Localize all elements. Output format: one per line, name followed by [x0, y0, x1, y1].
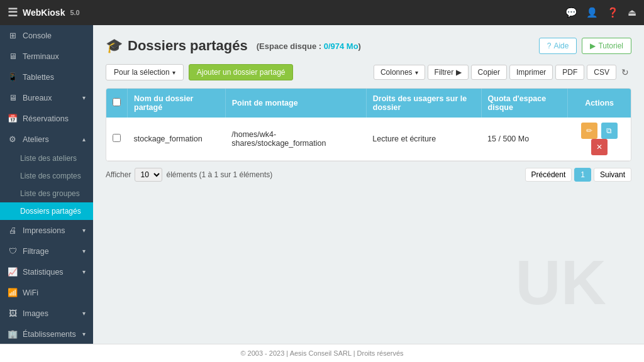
ateliers-icon: ⚙ — [8, 134, 18, 144]
table-container: Nom du dossier partagé Point de montage … — [106, 88, 631, 162]
toolbar-right: Colonnes Filtrer ▶ Copier Imprimer PDF C… — [374, 65, 631, 80]
subtitle-suffix: ) — [358, 41, 361, 51]
sidebar-item-wifi[interactable]: 📶 WiFi — [0, 282, 93, 303]
terminaux-icon: 🖥 — [8, 52, 18, 61]
filtrer-button[interactable]: Filtrer ▶ — [428, 65, 469, 80]
dossiers-table: Nom du dossier partagé Point de montage … — [106, 89, 631, 161]
sidebar-subitem-liste-ateliers[interactable]: Liste des ateliers — [0, 150, 93, 167]
next-page-button[interactable]: Suivant — [594, 168, 631, 182]
brand-name: WebKiosk — [23, 8, 65, 18]
sidebar-label-etablissements: Établissements — [23, 330, 77, 339]
pdf-button[interactable]: PDF — [555, 65, 584, 80]
row-check — [106, 118, 128, 161]
sidebar-item-statistiques[interactable]: 📈 Statistiques ▾ — [0, 261, 93, 282]
colonnes-label: Colonnes — [380, 68, 413, 77]
user-icon[interactable]: 👤 — [586, 7, 598, 18]
aide-label: Aide — [553, 41, 569, 50]
aide-icon: ? — [547, 41, 552, 50]
tutoriel-label: Tutoriel — [598, 41, 623, 50]
copier-label: Copier — [478, 68, 500, 77]
chat-icon[interactable]: 💬 — [565, 7, 577, 18]
pagination-bar: Afficher 10 éléments (1 à 1 sur 1 élémen… — [106, 168, 631, 182]
row-actions: ✏ ⧉ ✕ — [568, 118, 631, 161]
images-icon: 🖼 — [8, 309, 18, 318]
sidebar-item-bureaux[interactable]: 🖥 Bureaux ▾ — [0, 87, 93, 108]
sidebar-item-impressions[interactable]: 🖨 Impressions ▾ — [0, 220, 93, 241]
header-actions: ? Aide ▶ Tutoriel — [539, 38, 631, 54]
reload-button[interactable]: ↻ — [619, 66, 631, 79]
sidebar-subitem-liste-groupes[interactable]: Liste des groupes — [0, 185, 93, 202]
sidebar-item-terminaux[interactable]: 🖥 Terminaux — [0, 46, 93, 67]
add-dossier-button[interactable]: Ajouter un dossier partagé — [189, 64, 294, 80]
watermark: UK — [516, 246, 606, 319]
sidebar-label-bureaux: Bureaux — [23, 94, 77, 102]
sidebar-item-tablettes[interactable]: 📱 Tablettes — [0, 67, 93, 87]
filtrage-icon: 🛡 — [8, 246, 18, 256]
csv-button[interactable]: CSV — [587, 65, 616, 80]
sidebar-item-filtrage[interactable]: 🛡 Filtrage ▾ — [0, 241, 93, 261]
help-icon[interactable]: ❓ — [607, 7, 619, 18]
filtrage-arrow: ▾ — [82, 248, 86, 255]
sidebar-subitem-liste-comptes[interactable]: Liste des comptes — [0, 167, 93, 185]
imprimer-button[interactable]: Imprimer — [509, 65, 553, 80]
sidebar-item-console[interactable]: ⊞ Console — [0, 25, 93, 46]
etablissements-arrow: ▾ — [82, 331, 86, 337]
sidebar-item-ateliers[interactable]: ⚙ Ateliers ▴ — [0, 129, 93, 150]
sidebar-label-ateliers: Ateliers — [23, 135, 77, 144]
bureaux-icon: 🖥 — [8, 93, 18, 102]
copy-button[interactable]: ⧉ — [601, 123, 618, 139]
sidebar-label-impressions: Impressions — [23, 226, 77, 235]
sidebar-label-images: Images — [23, 309, 77, 318]
footer-text: © 2003 - 2023 | Aesis Conseil SARL | Dro… — [240, 349, 403, 357]
tutoriel-icon: ▶ — [590, 41, 596, 50]
col-check — [106, 89, 128, 118]
edit-button[interactable]: ✏ — [581, 123, 597, 139]
colonnes-button[interactable]: Colonnes — [374, 65, 425, 80]
sidebar-label-tablettes: Tablettes — [23, 73, 86, 82]
table-header: Nom du dossier partagé Point de montage … — [106, 89, 631, 118]
statistiques-arrow: ▾ — [82, 268, 86, 275]
page-title-icon: 🎓 — [106, 38, 123, 54]
prev-page-button[interactable]: Précédent — [525, 168, 572, 182]
hamburger-icon[interactable]: ☰ — [8, 6, 18, 19]
pagination-info: Afficher 10 éléments (1 à 1 sur 1 élémen… — [106, 168, 272, 182]
disk-usage: 0/974 Mo — [324, 41, 358, 51]
etablissements-icon: 🏢 — [8, 329, 18, 339]
sidebar-label-reservations: Réservations — [23, 114, 86, 123]
filtrer-label: Filtrer ▶ — [435, 68, 462, 77]
tablettes-icon: 📱 — [8, 72, 18, 82]
copier-button[interactable]: Copier — [471, 65, 507, 80]
brand-version: 5.0 — [70, 9, 79, 16]
sidebar-label-statistiques: Statistiques — [23, 268, 77, 277]
selection-label: Pour la sélection — [114, 68, 170, 77]
subtitle-prefix: (Espace disque : — [257, 41, 324, 51]
col-point: Point de montage — [225, 89, 366, 118]
row-droits: Lecture et écriture — [366, 118, 481, 161]
row-checkbox[interactable] — [113, 134, 121, 142]
sidebar-subitem-dossiers-partages[interactable]: Dossiers partagés — [0, 202, 93, 220]
topbar-icons: 💬 👤 ❓ ⏏ — [565, 7, 636, 18]
page-subtitle: (Espace disque : 0/974 Mo) — [257, 41, 361, 51]
toolbar: Pour la sélection Ajouter un dossier par… — [106, 64, 631, 80]
current-page-button[interactable]: 1 — [574, 168, 591, 182]
sidebar-item-etablissements[interactable]: 🏢 Établissements ▾ — [0, 324, 93, 344]
logout-icon[interactable]: ⏏ — [628, 7, 636, 18]
delete-button[interactable]: ✕ — [591, 139, 608, 155]
topbar: ☰ WebKiosk 5.0 💬 👤 ❓ ⏏ — [0, 0, 644, 25]
statistiques-icon: 📈 — [8, 267, 18, 277]
aide-button[interactable]: ? Aide — [539, 38, 577, 54]
tutoriel-button[interactable]: ▶ Tutoriel — [582, 38, 631, 54]
sidebar: ⊞ Console 🖥 Terminaux 📱 Tablettes 🖥 Bure… — [0, 25, 93, 344]
per-page-select[interactable]: 10 — [135, 168, 162, 182]
selection-button[interactable]: Pour la sélection — [106, 64, 184, 80]
sidebar-item-reservations[interactable]: 📅 Réservations — [0, 108, 93, 129]
sidebar-item-images[interactable]: 🖼 Images ▾ — [0, 303, 93, 324]
table-body: stockage_formation /homes/wk4-shares/sto… — [106, 118, 631, 161]
row-point: /homes/wk4-shares/stockage_formation — [225, 118, 366, 161]
select-all-checkbox[interactable] — [113, 98, 121, 106]
sidebar-label-filtrage: Filtrage — [23, 247, 77, 256]
col-quota: Quota d'espace disque — [481, 89, 568, 118]
images-arrow: ▾ — [82, 310, 86, 317]
row-quota: 15 / 500 Mo — [481, 118, 568, 161]
show-label: Afficher — [106, 170, 131, 179]
